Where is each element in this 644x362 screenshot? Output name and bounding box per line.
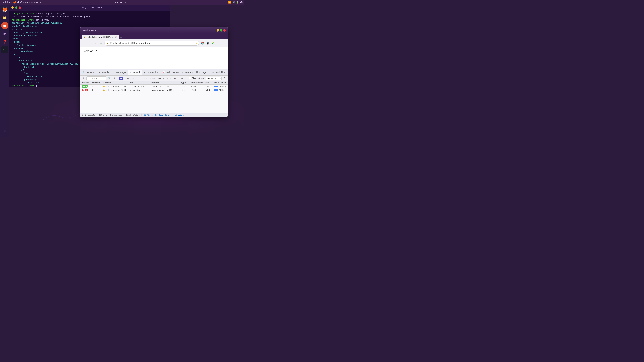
- tab-close-btn[interactable]: ×: [115, 36, 117, 38]
- memory-icon: ⚙: [182, 71, 184, 73]
- tab-console[interactable]: > Console: [97, 69, 111, 75]
- firefox-logo-icon: 🦊: [13, 1, 16, 4]
- firefox-icon: 🦊: [2, 7, 8, 12]
- sidebar-item-files[interactable]: 📁: [1, 14, 8, 21]
- col-domain[interactable]: Domain: [102, 81, 129, 84]
- tab-network[interactable]: ↕ Network: [128, 69, 142, 75]
- cell-size: 154 B: [204, 88, 214, 92]
- reload-button[interactable]: ↻: [93, 41, 98, 45]
- table-row[interactable]: 200 GET 🔒hello.lizhe.com:31380 helloworl…: [80, 85, 228, 88]
- search-btn[interactable]: 🔍: [108, 76, 112, 80]
- cell-timeline: 7010 ms: [214, 89, 227, 91]
- volume-icon: 🔊: [232, 1, 235, 3]
- more-tools-icon[interactable]: ⋯: [216, 41, 221, 45]
- tab-debugger[interactable]: { } Debugger: [111, 69, 128, 75]
- tab-inspector[interactable]: 🔍 Inspector: [81, 69, 97, 75]
- filter-xhr[interactable]: XHR: [143, 77, 149, 80]
- filter-css[interactable]: CSS: [131, 77, 138, 80]
- filter-urls-input[interactable]: [86, 76, 106, 80]
- table-row[interactable]: 404 GET 🔒hello.lizhe.com:31380 favicon.i…: [80, 88, 228, 92]
- requests-count: 2 requests: [85, 114, 95, 116]
- cell-file: helloworld.html: [129, 85, 150, 88]
- extensions-icon[interactable]: 🧩: [211, 41, 216, 45]
- nav-right-icons: 📚 📱 🧩 ⋯ ☰: [200, 41, 226, 45]
- terminal-maximize-btn[interactable]: [15, 6, 18, 9]
- clear-btn[interactable]: 🗑: [81, 76, 85, 80]
- performance-icon: 📈: [163, 71, 165, 73]
- col-method[interactable]: Method: [91, 81, 102, 84]
- tab-storage[interactable]: 🗄 Storage: [194, 69, 208, 75]
- firefox-minimize-btn[interactable]: [216, 29, 219, 31]
- synced-tabs-icon[interactable]: 📱: [206, 41, 210, 45]
- bookmarks-icon[interactable]: 📚: [200, 41, 205, 45]
- col-status[interactable]: Status: [81, 81, 91, 84]
- cell-status: 200: [81, 85, 91, 88]
- regex-btn[interactable]: ⊘: [112, 76, 116, 80]
- sidebar-item-terminal[interactable]: >_: [1, 46, 8, 53]
- back-button[interactable]: ←: [82, 41, 86, 45]
- tab-style-editor-label: Style Editor: [148, 71, 159, 73]
- sidebar-item-firefox[interactable]: 🦊: [1, 6, 8, 13]
- terminal-line: root@istio1:~/ver# cat vs.yaml: [12, 18, 168, 22]
- filter-js[interactable]: JS: [138, 77, 142, 80]
- throttle-select[interactable]: No Throttling: [206, 77, 222, 80]
- tab-style-editor[interactable]: { } Style Editor: [142, 69, 161, 75]
- filter-media[interactable]: Media: [165, 77, 172, 80]
- firefox-close-btn[interactable]: [223, 29, 226, 31]
- activities-label[interactable]: Activities: [2, 1, 12, 3]
- cell-method: GET: [91, 88, 102, 92]
- disable-cache-checkbox[interactable]: [189, 77, 191, 79]
- network-settings-btn[interactable]: ⚙: [222, 76, 226, 80]
- sidebar-item-software[interactable]: 🛍: [1, 30, 8, 37]
- files-icon: 📁: [3, 15, 7, 19]
- network-statusbar: ⏱ 2 requests | 166 B / 574 B transferred…: [80, 113, 228, 117]
- tab-memory[interactable]: ⚙ Memory: [180, 69, 194, 75]
- forward-button[interactable]: →: [88, 41, 92, 45]
- firefox-title: Mozilla Firefox: [82, 29, 98, 32]
- inspector-icon: 🔍: [83, 71, 85, 73]
- sidebar-item-grid[interactable]: ⊞: [1, 127, 8, 135]
- menu-icon[interactable]: ☰: [222, 41, 226, 45]
- cell-size: 12 B: [204, 85, 214, 88]
- firefox-maximize-btn[interactable]: [220, 29, 222, 31]
- devtools-tabs: 🔍 Inspector > Console { } Debugger ↕ Net…: [80, 69, 228, 76]
- filter-html[interactable]: HTML: [124, 77, 131, 80]
- filter-ws[interactable]: WS: [173, 77, 178, 80]
- tab-application[interactable]: ⊞ Application: [226, 69, 228, 75]
- filter-images[interactable]: Images: [156, 77, 165, 80]
- system-bar-left: Activities 🦊 Firefox Web Browser ▾: [2, 1, 41, 4]
- transferred-info: 166 B / 574 B transferred: [99, 114, 122, 116]
- new-tab-btn[interactable]: +: [118, 35, 123, 39]
- filter-all[interactable]: All: [119, 77, 123, 80]
- bookmark-star-icon[interactable]: ★: [196, 42, 197, 44]
- terminal-title: root@istio1: ~/ver: [22, 6, 160, 9]
- col-size[interactable]: Size: [204, 81, 214, 84]
- filter-other[interactable]: Other: [178, 77, 186, 80]
- col-file[interactable]: File: [129, 81, 150, 84]
- url-bar[interactable]: 🔒 🛡 hello.lizhe.com:31380/helloworld.htm…: [104, 40, 199, 45]
- tab-bar: 🔒 hello.lizhe.com:31380/hello... × +: [80, 33, 228, 39]
- home-button[interactable]: ⌂: [99, 41, 104, 45]
- sep2: |: [124, 114, 124, 116]
- tab-performance[interactable]: 📈 Performance: [161, 69, 180, 75]
- disable-cache-label[interactable]: Disable Cache: [189, 77, 205, 79]
- terminal-close-btn[interactable]: [19, 6, 21, 9]
- sidebar-bottom: ⊞: [1, 127, 8, 135]
- col-transferred[interactable]: Transferred: [190, 81, 204, 84]
- tab-accessibility[interactable]: ♿ Accessibility: [208, 69, 226, 75]
- power-icon[interactable]: ⏻: [240, 1, 242, 3]
- terminal-minimize-btn[interactable]: [12, 6, 14, 9]
- network-toolbar: 🗑 🔍 ⊘ All HTML CSS JS XHR Fonts Images M…: [80, 76, 228, 81]
- col-initiator[interactable]: Initiator: [150, 81, 180, 84]
- col-type[interactable]: Type: [180, 81, 190, 84]
- dom-content-loaded-link[interactable]: DOMContentLoaded: 7.03 s: [144, 114, 169, 116]
- tab-favicon: 🔒: [83, 36, 86, 38]
- sidebar-item-ubuntu[interactable]: ●: [1, 22, 8, 29]
- filter-fonts[interactable]: Fonts: [149, 77, 156, 80]
- load-link[interactable]: load: 7.05 s: [173, 114, 184, 116]
- col-timeline[interactable]: 0 ms ▸ 20.48 s: [214, 81, 227, 84]
- firefox-app-label[interactable]: 🦊 Firefox Web Browser ▾: [13, 1, 41, 4]
- browser-tab[interactable]: 🔒 hello.lizhe.com:31380/hello... ×: [82, 35, 118, 39]
- cell-timeline: 7011 ms: [214, 85, 227, 88]
- sidebar-item-help[interactable]: ❓: [1, 38, 8, 45]
